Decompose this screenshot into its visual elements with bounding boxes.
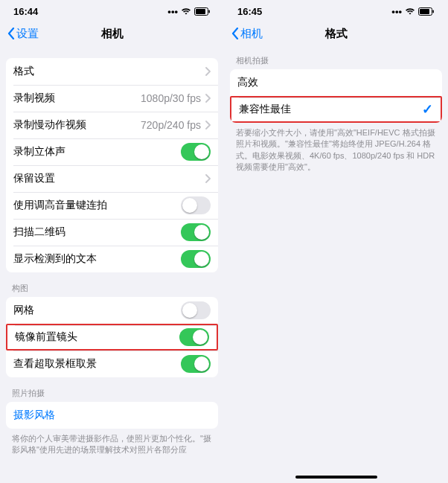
section-header-composition: 构图	[0, 272, 224, 297]
row-label: 格式	[13, 65, 34, 78]
group-composition: 网格 镜像前置镜头 查看超取景框取景	[6, 297, 218, 377]
toggle-mirror-front[interactable]	[179, 328, 209, 346]
row-value: 720p/240 fps	[141, 119, 201, 131]
row-label: 录制慢动作视频	[13, 118, 86, 132]
svg-rect-4	[420, 9, 429, 14]
row-value: 1080p/30 fps	[141, 92, 201, 104]
row-record-slomo[interactable]: 录制慢动作视频 720p/240 fps	[6, 112, 218, 138]
back-button[interactable]: 相机	[231, 27, 263, 41]
row-label: 录制立体声	[13, 145, 65, 159]
status-time: 16:45	[237, 6, 262, 17]
row-label: 高效	[237, 76, 258, 89]
option-most-compatible[interactable]: 兼容性最佳 ✓	[230, 96, 442, 123]
footer-caption-styles: 将你的个人审美带进摄影作品，使照片更加个性化。"摄影风格"使用先进的场景理解技术…	[0, 429, 224, 456]
home-indicator[interactable]	[295, 476, 377, 479]
row-scan-qr[interactable]: 扫描二维码	[6, 219, 218, 246]
group-format-options: 高效 兼容性最佳 ✓	[230, 69, 442, 123]
toggle-stereo[interactable]	[181, 143, 211, 161]
status-bar: 16:45 •••	[224, 0, 448, 22]
row-stereo[interactable]: 录制立体声	[6, 138, 218, 165]
row-label: 摄影风格	[13, 409, 55, 422]
camera-settings-screen: 16:44 ••• 设置 相机 格式 录制视频	[0, 0, 224, 483]
row-label: 查看超取景框取景	[13, 357, 97, 371]
chevron-right-icon	[205, 121, 211, 129]
section-header-photo-capture: 照片拍摄	[0, 377, 224, 402]
toggle-live-text[interactable]	[181, 250, 211, 268]
chevron-right-icon	[205, 94, 211, 103]
toggle-burst[interactable]	[181, 196, 211, 214]
row-label: 使用调高音量键连拍	[13, 199, 107, 212]
row-preserve-settings[interactable]: 保留设置	[6, 165, 218, 192]
wifi-icon	[405, 7, 415, 15]
row-label: 扫描二维码	[13, 225, 65, 239]
back-label: 相机	[240, 27, 263, 41]
toggle-view-outside[interactable]	[181, 355, 211, 373]
svg-rect-2	[209, 10, 211, 13]
chevron-left-icon	[7, 28, 15, 39]
formats-content: 相机拍摄 高效 兼容性最佳 ✓ 若要缩小文件大小，请使用"高效"HEIF/HEV…	[224, 45, 448, 483]
row-label: 显示检测到的文本	[13, 252, 97, 266]
back-label: 设置	[16, 27, 39, 41]
section-header-camera-capture: 相机拍摄	[224, 45, 448, 69]
row-label: 网格	[13, 304, 34, 317]
row-label: 兼容性最佳	[239, 103, 291, 116]
row-label: 保留设置	[13, 172, 55, 185]
status-time: 16:44	[13, 6, 38, 17]
row-record-video[interactable]: 录制视频 1080p/30 fps	[6, 85, 218, 112]
row-view-outside-frame[interactable]: 查看超取景框取景	[6, 351, 218, 377]
row-volume-burst[interactable]: 使用调高音量键连拍	[6, 192, 218, 219]
svg-rect-1	[196, 9, 205, 14]
group-capture-settings: 格式 录制视频 1080p/30 fps 录制慢动作视频 720p/240 fp…	[6, 58, 218, 272]
wifi-icon	[181, 7, 191, 15]
row-photographic-styles[interactable]: 摄影风格	[6, 402, 218, 429]
row-live-text[interactable]: 显示检测到的文本	[6, 246, 218, 272]
chevron-right-icon	[205, 67, 211, 76]
battery-icon	[194, 7, 211, 16]
nav-bar: 设置 相机	[0, 22, 224, 45]
chevron-left-icon	[231, 28, 239, 39]
status-bar: 16:44 •••	[0, 0, 224, 22]
row-label: 镜像前置镜头	[15, 330, 77, 344]
row-label: 录制视频	[13, 92, 55, 105]
battery-icon	[418, 7, 435, 16]
back-button[interactable]: 设置	[7, 27, 39, 41]
status-icons: •••	[167, 6, 211, 17]
footer-caption-formats: 若要缩小文件大小，请使用"高效"HEIF/HEVC 格式拍摄照片和视频。"兼容性…	[224, 123, 448, 173]
nav-bar: 相机 格式	[224, 22, 448, 45]
toggle-qr[interactable]	[181, 223, 211, 241]
option-high-efficiency[interactable]: 高效	[230, 69, 442, 96]
group-photo-capture: 摄影风格	[6, 402, 218, 429]
checkmark-icon: ✓	[422, 101, 433, 118]
row-grid[interactable]: 网格	[6, 297, 218, 324]
row-mirror-front-camera[interactable]: 镜像前置镜头	[6, 324, 218, 351]
status-icons: •••	[391, 6, 435, 17]
formats-screen: 16:45 ••• 相机 格式 相机拍摄 高效 兼容性最佳	[224, 0, 448, 483]
svg-rect-5	[433, 10, 435, 13]
settings-content: 格式 录制视频 1080p/30 fps 录制慢动作视频 720p/240 fp…	[0, 45, 224, 483]
row-formats[interactable]: 格式	[6, 58, 218, 85]
toggle-grid[interactable]	[181, 301, 211, 319]
chevron-right-icon	[205, 174, 211, 183]
